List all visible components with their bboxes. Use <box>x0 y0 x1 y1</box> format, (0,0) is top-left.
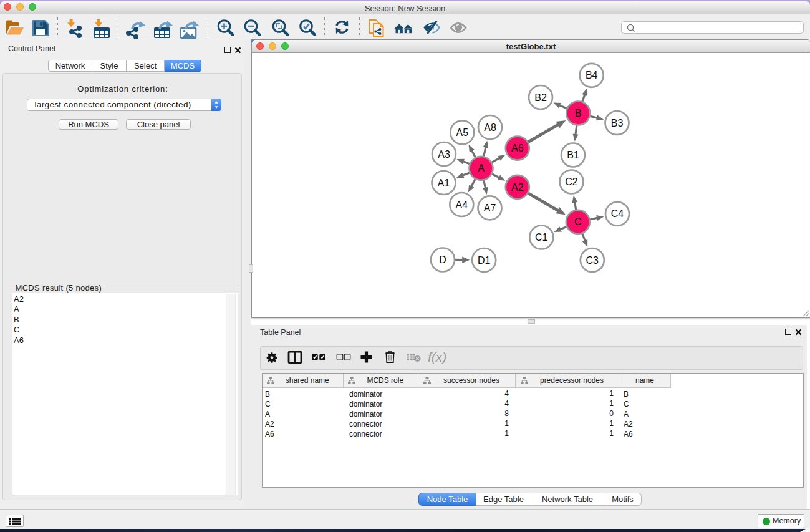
svg-text:A1: A1 <box>438 178 450 188</box>
svg-text:B2: B2 <box>534 92 547 103</box>
svg-text:C4: C4 <box>611 208 624 219</box>
svg-text:B1: B1 <box>567 150 579 160</box>
svg-text:A6: A6 <box>511 143 524 153</box>
svg-text:D: D <box>439 254 446 265</box>
svg-text:B3: B3 <box>611 118 624 128</box>
svg-text:A4: A4 <box>456 200 468 210</box>
svg-text:A: A <box>478 163 485 173</box>
svg-text:D1: D1 <box>478 255 491 266</box>
svg-text:B: B <box>575 108 582 118</box>
svg-text:f(x): f(x) <box>428 350 446 364</box>
svg-text:B4: B4 <box>586 70 598 80</box>
svg-text:A8: A8 <box>484 122 496 133</box>
svg-text:C3: C3 <box>586 255 599 266</box>
svg-text:A2: A2 <box>511 182 524 193</box>
svg-text:A3: A3 <box>438 149 450 160</box>
svg-text:C1: C1 <box>535 232 548 243</box>
svg-text:A7: A7 <box>484 203 496 213</box>
svg-text:C2: C2 <box>565 177 578 187</box>
svg-text:C: C <box>574 216 582 227</box>
svg-text:A5: A5 <box>456 127 469 138</box>
